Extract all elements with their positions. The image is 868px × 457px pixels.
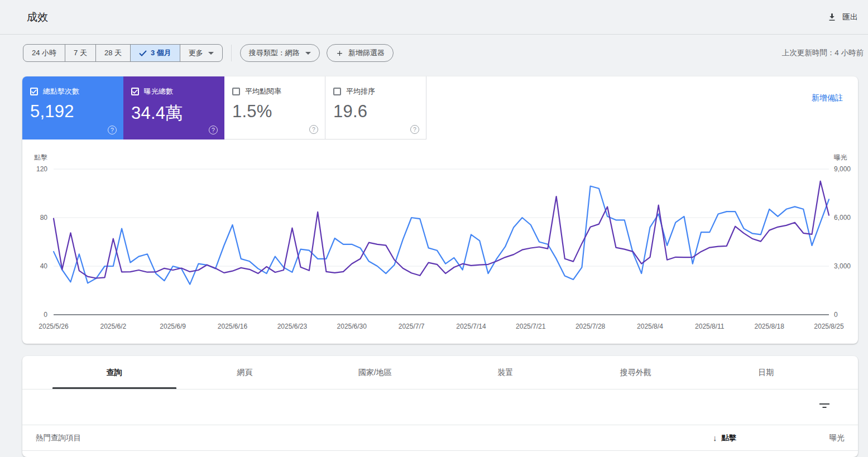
svg-text:2025/5/26: 2025/5/26 xyxy=(39,323,69,330)
svg-text:2025/6/2: 2025/6/2 xyxy=(100,323,126,330)
metric-label: 平均點閱率 xyxy=(245,86,281,97)
svg-text:2025/8/11: 2025/8/11 xyxy=(695,323,725,330)
metric-card-position[interactable]: 平均排序 19.6 ? xyxy=(325,76,426,139)
impressions-checkbox[interactable] xyxy=(131,88,139,95)
export-label: 匯出 xyxy=(842,12,858,22)
metric-card-clicks[interactable]: 總點擊次數 5,192 ? xyxy=(22,76,123,139)
date-range-7d[interactable]: 7 天 xyxy=(65,45,95,61)
position-checkbox[interactable] xyxy=(333,88,341,95)
help-icon[interactable]: ? xyxy=(309,125,318,134)
svg-text:曝光: 曝光 xyxy=(834,153,847,161)
download-icon xyxy=(827,12,837,22)
svg-text:2025/6/23: 2025/6/23 xyxy=(277,323,308,330)
tab-dates[interactable]: 日期 xyxy=(701,356,832,389)
add-filter-button[interactable]: 新增篩選器 xyxy=(327,44,394,62)
metric-card-ctr[interactable]: 平均點閱率 1.5% ? xyxy=(224,76,325,139)
toolbar-divider xyxy=(231,45,232,61)
filter-table-button[interactable] xyxy=(816,400,833,415)
svg-text:2025/7/7: 2025/7/7 xyxy=(399,323,425,330)
svg-text:0: 0 xyxy=(834,311,838,319)
column-header-impressions: 曝光 xyxy=(783,433,845,443)
svg-text:120: 120 xyxy=(36,165,47,173)
chevron-down-icon xyxy=(208,52,214,55)
date-range-more[interactable]: 更多 xyxy=(180,45,222,61)
help-icon[interactable]: ? xyxy=(209,126,218,134)
chevron-down-icon xyxy=(305,52,311,55)
tab-devices[interactable]: 裝置 xyxy=(440,356,571,389)
column-header-clicks[interactable]: ↓ 點擊 xyxy=(666,431,783,445)
date-range-28d[interactable]: 28 天 xyxy=(95,45,130,61)
tab-search-appearance[interactable]: 搜尋外觀 xyxy=(570,356,701,389)
metric-label: 曝光總數 xyxy=(144,86,173,97)
svg-text:0: 0 xyxy=(44,311,47,319)
line-chart[interactable]: 00403,000806,0001209,000點擊曝光2025/5/26202… xyxy=(22,152,858,336)
tab-pages[interactable]: 網頁 xyxy=(180,356,310,389)
svg-text:2025/6/16: 2025/6/16 xyxy=(218,323,248,330)
metric-value: 1.5% xyxy=(232,102,318,122)
table-filter-row xyxy=(22,389,858,425)
metric-label: 平均排序 xyxy=(346,86,375,97)
svg-text:9,000: 9,000 xyxy=(834,165,851,173)
metric-cards-row: 總點擊次數 5,192 ? 曝光總數 34.4萬 ? 平均點閱率 1.5% ? … xyxy=(22,76,858,139)
search-type-filter[interactable]: 搜尋類型：網路 xyxy=(240,44,320,62)
check-icon xyxy=(139,50,147,56)
page-title: 成效 xyxy=(27,10,48,25)
svg-text:2025/6/9: 2025/6/9 xyxy=(160,323,186,330)
date-range-control: 24 小時 7 天 28 天 3 個月 更多 xyxy=(23,44,223,62)
help-icon[interactable]: ? xyxy=(410,125,419,134)
dimensions-table-card: 查詢 網頁 國家/地區 裝置 搜尋外觀 日期 熱門查詢項目 ↓ 點擊 曝光 xyxy=(22,356,858,457)
date-range-24h[interactable]: 24 小時 xyxy=(23,45,65,61)
svg-text:6,000: 6,000 xyxy=(834,214,851,222)
tab-queries[interactable]: 查詢 xyxy=(49,356,180,389)
svg-text:40: 40 xyxy=(40,262,48,270)
metric-value: 19.6 xyxy=(333,102,419,122)
performance-chart-card: 總點擊次數 5,192 ? 曝光總數 34.4萬 ? 平均點閱率 1.5% ? … xyxy=(22,76,858,344)
metric-card-impressions[interactable]: 曝光總數 34.4萬 ? xyxy=(123,76,224,139)
sort-desc-icon: ↓ xyxy=(713,433,717,442)
filter-list-icon xyxy=(818,402,831,411)
svg-text:點擊: 點擊 xyxy=(34,153,47,161)
top-bar: 成效 匯出 xyxy=(0,0,868,35)
metric-label: 總點擊次數 xyxy=(43,86,79,97)
svg-text:80: 80 xyxy=(40,214,48,222)
table-header-row: 熱門查詢項目 ↓ 點擊 曝光 xyxy=(22,425,858,451)
svg-text:2025/7/28: 2025/7/28 xyxy=(576,323,606,330)
column-header-queries: 熱門查詢項目 xyxy=(36,433,666,443)
add-note-link[interactable]: 新增備註 xyxy=(812,93,843,103)
filter-toolbar: 24 小時 7 天 28 天 3 個月 更多 搜尋類型：網路 新增篩選器 上次更… xyxy=(0,35,868,71)
svg-text:2025/6/30: 2025/6/30 xyxy=(337,323,367,330)
help-icon[interactable]: ? xyxy=(108,126,117,134)
date-range-3m[interactable]: 3 個月 xyxy=(130,45,180,61)
tab-countries[interactable]: 國家/地區 xyxy=(310,356,440,389)
last-updated-text: 上次更新時間：4 小時前 xyxy=(782,48,864,58)
metric-value: 34.4萬 xyxy=(131,102,218,125)
plus-icon xyxy=(335,49,344,57)
svg-text:2025/7/14: 2025/7/14 xyxy=(456,323,486,330)
ctr-checkbox[interactable] xyxy=(232,88,240,95)
svg-text:2025/8/4: 2025/8/4 xyxy=(637,323,663,330)
export-button[interactable]: 匯出 xyxy=(827,12,858,22)
svg-text:3,000: 3,000 xyxy=(834,262,851,270)
clicks-checkbox[interactable] xyxy=(30,88,38,95)
svg-text:2025/8/18: 2025/8/18 xyxy=(754,323,784,330)
dimension-tabs: 查詢 網頁 國家/地區 裝置 搜尋外觀 日期 xyxy=(22,356,858,389)
svg-text:2025/8/25: 2025/8/25 xyxy=(814,323,844,330)
clicks-impressions-chart[interactable]: 00403,000806,0001209,000點擊曝光2025/5/26202… xyxy=(22,152,858,336)
metric-value: 5,192 xyxy=(30,102,117,122)
svg-text:2025/7/21: 2025/7/21 xyxy=(516,323,546,330)
